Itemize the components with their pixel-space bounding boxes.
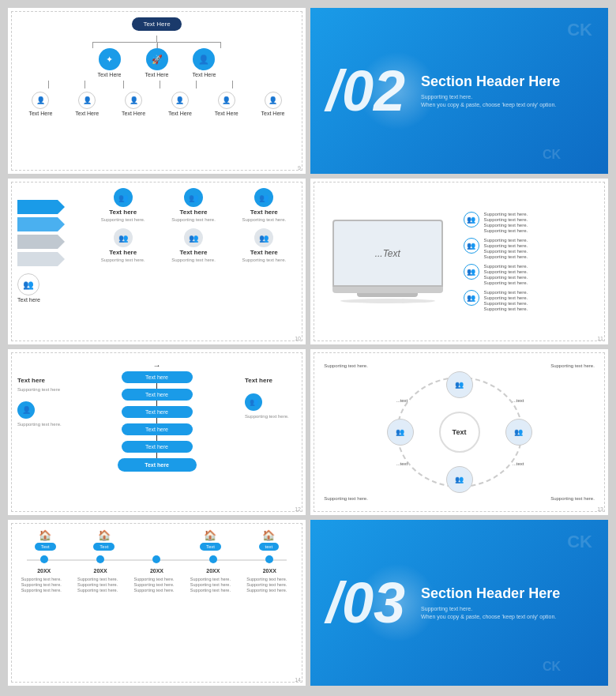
right-text-4: Supporting text here. Supporting text he…: [484, 290, 528, 311]
slide-org-chart: Text Here ✦ Text Here 🚀 Text Here 👤 Text…: [8, 8, 306, 174]
flow-box-5: Text here: [122, 441, 193, 453]
arrow-1: [17, 200, 65, 214]
section-number-02: /02: [326, 58, 405, 123]
flow-right-icon: 👥: [245, 393, 262, 411]
slide-section-02: CK CK /02 Section Header Here Supporting…: [310, 8, 608, 174]
feature-title-5: Text here: [180, 249, 208, 256]
flow-conn-5: [156, 453, 157, 458]
laptop: ...Text: [332, 220, 443, 297]
feature-6: 👥 Text here Supporting text here.: [232, 228, 296, 262]
orbit-bottom: 👥: [446, 466, 473, 493]
dot-1: [40, 555, 48, 563]
timeline-years: 20XX 20XX 20XX 20XX 20XX: [16, 568, 298, 574]
house-icon-2: 🏠: [98, 529, 111, 541]
inner-label-br: ...text: [513, 461, 524, 466]
orbit-left: 👥: [387, 419, 414, 446]
feature-sub-5: Supporting text here.: [171, 258, 216, 262]
flow-left-icon-wrap: 👤: [17, 401, 69, 419]
section-sub2-02: When you copy & paste, choose 'keep text…: [421, 101, 560, 109]
year-3: 20XX: [150, 568, 163, 574]
tl-text-col-5: Supporting text here. Supporting text he…: [246, 577, 292, 593]
left-label: Text here: [17, 297, 40, 303]
org-icon-l3-4: 👤: [171, 92, 189, 109]
flow-box-1: Text here: [122, 371, 193, 383]
laptop-shadow: [340, 299, 435, 303]
orbit-top: 👥: [446, 371, 473, 398]
year-2: 20XX: [94, 568, 107, 574]
feature-sub-3: Supporting text here.: [242, 217, 286, 222]
org-label-l3-6: Text Here: [261, 111, 285, 116]
section-sub2-03: When you copy & paste, choose 'keep text…: [421, 613, 560, 621]
laptop-section: ...Text: [320, 220, 456, 303]
orbit-right: 👥: [505, 419, 532, 446]
tl-badge-2: Text: [93, 543, 115, 551]
timeline-line-row: [16, 555, 298, 563]
page-num-5: 12: [295, 506, 301, 512]
tl-icon-1: 🏠 Text: [35, 529, 56, 551]
tl-text-col-2: Supporting text here. Supporting text he…: [77, 577, 123, 593]
inner-label-tl: ...text: [396, 398, 408, 403]
laptop-base: [332, 287, 443, 293]
section-title-02: Section Header Here: [421, 73, 560, 90]
flow-left-icon: 👤: [17, 401, 35, 419]
arrow-2: [17, 217, 65, 231]
flow-left-sub2: Supporting text here.: [17, 422, 69, 427]
flow-box-6: Text here: [118, 458, 197, 472]
watermark-3: CK: [567, 532, 592, 552]
feature-title-3: Text here: [250, 209, 278, 216]
flow-right-title: Text here: [245, 377, 296, 384]
feature-title-4: Text here: [109, 249, 137, 256]
watermark-1: CK: [567, 20, 592, 40]
tl-badge-1: Text: [35, 543, 56, 551]
feature-3: 👥 Text here Supporting text here.: [232, 188, 296, 222]
feature-icon-2: 👥: [184, 188, 203, 207]
year-4: 20XX: [206, 568, 220, 574]
slide-section-03: CK CK /03 Section Header Here Supporting…: [310, 520, 608, 686]
outer-label-br: Supporting text here.: [545, 496, 600, 501]
org-label-l3-2: Text Here: [75, 111, 99, 116]
flow-right-icon-wrap: 👥: [245, 393, 296, 411]
flow-conn-4: [156, 435, 157, 441]
org-connector: [156, 36, 157, 42]
left-icon-node: 👥 Text here: [17, 273, 40, 303]
org-node-l3-6: 👤 Text Here: [261, 92, 285, 116]
tl-icon-4: 🏠 text: [259, 529, 280, 551]
circle-inner: Text 👥 👥 👥 👥 ...text ...text ...text ...…: [381, 365, 539, 499]
house-icon-3: 🏠: [204, 529, 216, 541]
features-right: 👥 Supporting text here. Supporting text …: [464, 212, 599, 311]
org-label-l3-5: Text Here: [215, 111, 239, 116]
org-label-l3-3: Text Here: [122, 111, 145, 116]
slide-laptop-features: ...Text 👥 Supporting text here. Supporti…: [310, 179, 608, 344]
org-label-l2-3: Text Here: [192, 72, 216, 77]
arrows-left-section: 👥 Text here: [17, 200, 85, 303]
org-node-l3-3: 👤 Text Here: [122, 92, 145, 116]
center-node: Text: [439, 412, 480, 453]
year-5: 20XX: [263, 568, 276, 574]
right-icon-1: 👥: [464, 212, 479, 228]
page-num-1: 9: [298, 165, 301, 171]
inner-label-bl: ...text: [396, 461, 408, 466]
feature-sub-1: Supporting text here.: [101, 217, 145, 222]
slide-timeline: 🏠 Text 🏠 Text 🏠 Text 🏠 text: [8, 520, 306, 686]
org-node-l3-5: 👤 Text Here: [215, 92, 239, 116]
flow-right-sub: Supporting text here.: [245, 414, 296, 419]
watermark-4: CK: [543, 660, 561, 674]
tl-badge-4: text: [259, 543, 280, 551]
org-icon-l3-1: 👤: [32, 92, 49, 109]
laptop-screen: ...Text: [332, 220, 443, 287]
feature-5: 👥 Text here Supporting text here.: [161, 228, 225, 262]
page-num-4: 11: [597, 336, 603, 341]
dot-2: [96, 555, 104, 563]
org-top-box: Text Here: [132, 17, 181, 31]
feature-icon-5: 👥: [184, 228, 203, 247]
tl-icon-2: 🏠 Text: [93, 529, 115, 551]
flowchart-content: Text here Supporting text here 👤 Support…: [17, 357, 296, 507]
slide-flowchart: Text here Supporting text here 👤 Support…: [8, 349, 306, 515]
feature-2: 👥 Text here Supporting text here.: [161, 188, 225, 222]
org-icon-l3-5: 👤: [218, 92, 235, 109]
tl-badge-3: Text: [200, 543, 221, 551]
outer-label-bl: Supporting text here.: [318, 496, 374, 501]
org-node-l3-2: 👤 Text Here: [75, 92, 99, 116]
feature-1: 👥 Text here Supporting text here.: [91, 188, 155, 222]
org-node-l2-2: 🚀 Text Here: [145, 48, 169, 77]
